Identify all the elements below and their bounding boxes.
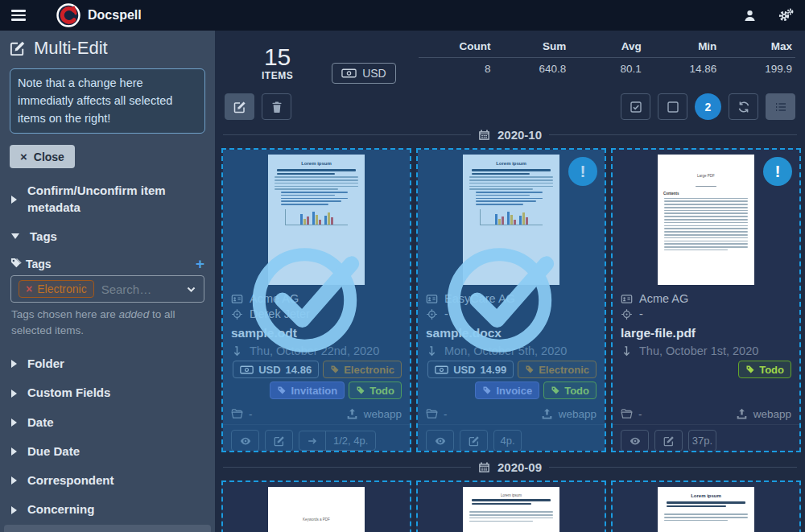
item-card-sample-odt[interactable]: Lorem ipsum <box>221 148 411 452</box>
caret-right-icon <box>11 360 17 368</box>
item-card[interactable]: Lorem ipsum <box>416 480 606 532</box>
settings-gears-icon[interactable] <box>778 8 794 23</box>
caret-right-icon <box>11 390 17 398</box>
close-x-icon: × <box>20 150 27 163</box>
tags-multiselect[interactable]: × Electronic <box>10 275 204 303</box>
sidebar-item-due-date[interactable]: Due Date <box>0 437 215 466</box>
edit-item-button[interactable] <box>654 430 683 452</box>
app-root: Docspell <box>0 0 805 532</box>
caret-right-icon <box>11 447 17 456</box>
selected-overlay <box>223 150 410 451</box>
preview-doc-title: Lorem ipsum <box>469 493 554 497</box>
preview-doc-title: Large PDF <box>663 174 749 178</box>
date-group-label: 2020-09 <box>497 460 542 474</box>
correspondent-name: Acme AG <box>639 292 688 305</box>
currency-badge: USD <box>332 63 396 84</box>
selected-check-icon <box>252 237 381 358</box>
selected-count-badge[interactable]: 2 <box>695 93 721 120</box>
chevron-down-icon[interactable] <box>186 284 196 295</box>
top-navbar: Docspell <box>0 0 805 31</box>
delete-selected-button[interactable] <box>262 93 291 120</box>
item-card-large-file-pdf[interactable]: ! Large PDF Contents <box>611 148 801 452</box>
items-label: ITEMS <box>262 70 293 81</box>
page-count: 37p. <box>688 430 716 452</box>
docspell-logo-icon <box>56 3 80 27</box>
remove-tag-icon[interactable]: × <box>26 282 32 295</box>
edit-pencil-square-icon <box>233 101 246 113</box>
date-group-header: 2020-10 <box>223 128 797 142</box>
sidebar-title: Multi-Edit <box>34 38 108 59</box>
close-button[interactable]: × Close <box>10 145 75 168</box>
app-title: Docspell <box>88 8 142 23</box>
item-preview: Lorem ipsum <box>613 482 799 532</box>
preview-doc-heading: Contents <box>663 192 749 196</box>
selected-overlay <box>418 150 605 451</box>
stats-value-count: 8 <box>419 58 494 80</box>
list-view-toggle-button[interactable] <box>766 93 795 120</box>
selection-summary: 15 ITEMS USD Count Sum Avg Min <box>221 31 799 84</box>
banknote-icon <box>341 68 357 78</box>
select-all-button[interactable] <box>621 93 650 120</box>
stats-value-min: 14.86 <box>645 58 720 80</box>
stats-header-sum: Sum <box>494 35 570 57</box>
hamburger-menu-icon[interactable] <box>11 10 26 21</box>
item-preview: Lorem ipsum <box>418 482 605 532</box>
amount-stats-table: Count Sum Avg Min Max 8 640.8 80.1 14.86… <box>419 35 795 80</box>
multi-edit-toolbar: 2 <box>221 84 799 120</box>
stats-header-max: Max <box>720 35 795 57</box>
multi-edit-sidebar: Multi-Edit Note that a change here immed… <box>0 31 215 532</box>
edit-pencil-square-icon <box>663 435 675 447</box>
items-main-area: 15 ITEMS USD Count Sum Avg Min <box>215 31 805 532</box>
concerning-person-icon <box>621 308 633 320</box>
item-preview: Keywords a PDF <box>223 482 410 532</box>
caret-right-icon <box>11 196 17 204</box>
edit-selected-button[interactable] <box>225 93 254 120</box>
caret-right-icon <box>11 506 17 514</box>
date-group-label: 2020-10 <box>497 128 542 142</box>
item-date: Thu, October 1st, 2020 <box>639 344 758 357</box>
deselect-all-button[interactable] <box>658 93 687 120</box>
refresh-button[interactable] <box>729 93 758 120</box>
caret-down-icon <box>11 233 19 239</box>
multi-edit-note: Note that a change here immediatly affec… <box>10 68 205 134</box>
item-card[interactable]: Lorem ipsum <box>611 480 801 532</box>
list-view-icon <box>774 101 787 113</box>
sidebar-item-confirm-metadata[interactable]: Confirm/Unconfirm item metadata <box>0 176 215 222</box>
sidebar-item-tags[interactable]: Tags <box>0 222 215 251</box>
source-value: webapp <box>753 408 791 420</box>
preview-doc-title: Lorem ipsum <box>663 493 749 498</box>
tag-search-input[interactable] <box>101 282 164 296</box>
preview-doc-title: Keywords a PDF <box>274 518 359 522</box>
sidebar-item-folder[interactable]: Folder <box>0 349 215 378</box>
correspondent-id-card-icon <box>621 293 633 305</box>
item-name: large-file.pdf <box>621 326 791 340</box>
folder-value: - <box>638 408 642 420</box>
sync-icon <box>737 101 750 113</box>
square-icon <box>667 101 679 113</box>
tags-panel: Tags + × Electronic Tags chosen here are… <box>0 251 215 349</box>
sidebar-item-direction[interactable]: Direction <box>4 525 211 532</box>
stats-header-avg: Avg <box>569 35 645 57</box>
caret-right-icon <box>11 476 17 485</box>
item-card[interactable]: Keywords a PDF <box>221 480 411 532</box>
calendar-icon <box>478 461 490 473</box>
stats-value-avg: 80.1 <box>569 58 645 80</box>
view-item-button[interactable] <box>621 430 649 452</box>
sidebar-item-correspondent[interactable]: Correspondent <box>0 466 215 495</box>
caret-right-icon <box>11 419 17 427</box>
item-cards-row: Lorem ipsum <box>221 148 799 452</box>
brand[interactable]: Docspell <box>56 3 142 27</box>
sidebar-item-concerning[interactable]: Concerning <box>0 495 215 524</box>
sidebar-item-custom-fields[interactable]: Custom Fields <box>0 378 215 407</box>
selected-tag-chip[interactable]: × Electronic <box>19 280 94 298</box>
date-group-header: 2020-09 <box>223 460 797 474</box>
item-cards-row: Keywords a PDF Lorem ipsum <box>221 480 799 532</box>
check-square-icon <box>630 101 642 113</box>
tag-badge-todo: Todo <box>738 361 791 378</box>
item-card-sample-docx[interactable]: ! Lorem ipsum <box>416 148 606 452</box>
eye-icon <box>630 435 641 447</box>
sidebar-item-date[interactable]: Date <box>0 408 215 437</box>
upload-source-icon <box>736 408 748 420</box>
add-tag-button[interactable]: + <box>196 256 204 271</box>
user-account-icon[interactable] <box>743 9 757 23</box>
